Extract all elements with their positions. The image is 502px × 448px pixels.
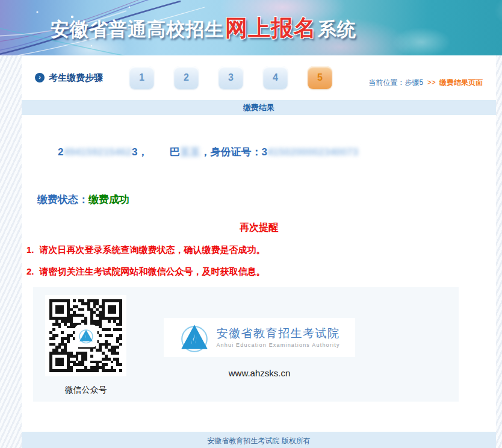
breadcrumb-current-page: 缴费结果页面 xyxy=(439,78,483,87)
section-title-payment-result: 缴费结果 xyxy=(22,100,496,115)
site-title: 安徽省普通高校招生网上报名系统 xyxy=(51,13,356,43)
site-banner: 安徽省普通高校招生网上报名系统 xyxy=(0,0,502,55)
id-number: 34150200002340073 xyxy=(261,146,358,158)
reminder-item-1: 1.请次日再次登录系统查询缴费状态，确认缴费是否成功。 xyxy=(22,244,496,257)
id-number-label: 身份证号： xyxy=(210,146,261,158)
steps-row: › 考生缴费步骤 1 2 3 4 5 当前位置：步骤5 >> 缴费结果页面 xyxy=(22,55,496,100)
copyright-text: 安徽省教育招生考试院 版权所有 xyxy=(207,437,310,445)
agency-logo-column: 安徽省教育招生考试院 Anhui Education Examinations … xyxy=(164,318,355,378)
breadcrumb-separator: >> xyxy=(427,78,436,87)
candidate-name: 巴某某 xyxy=(169,146,200,158)
site-title-highlight: 网上报名 xyxy=(225,16,317,40)
payment-status-label: 缴费状态： xyxy=(37,194,88,205)
breadcrumb: 当前位置：步骤5 >> 缴费结果页面 xyxy=(369,78,483,88)
info-panel: 微信公众号 安徽省教育招生考试院 Anhui Education Examina… xyxy=(33,287,459,402)
step-indicator-2: 2 xyxy=(174,66,199,89)
page-footer: 安徽省教育招生考试院 版权所有 xyxy=(22,432,496,448)
masked-id-number: 4150200002340073 xyxy=(267,146,358,158)
step-indicator-3: 3 xyxy=(218,66,243,89)
payment-result-page: 安徽省普通高校招生网上报名系统 › 考生缴费步骤 1 2 3 4 5 当前位置：… xyxy=(0,0,502,448)
agency-logo-icon xyxy=(179,322,210,353)
agency-website: www.ahzsks.cn xyxy=(164,368,355,378)
payment-status-value: 缴费成功 xyxy=(88,194,129,205)
site-title-suffix: 系统 xyxy=(318,19,356,40)
site-title-prefix: 安徽省普通高校招生 xyxy=(51,19,224,40)
step-indicator-5-active: 5 xyxy=(308,66,332,89)
wechat-qr-code xyxy=(45,295,126,376)
agency-logo-box: 安徽省教育招生考试院 Anhui Education Examinations … xyxy=(164,318,355,357)
main-content: › 考生缴费步骤 1 2 3 4 5 当前位置：步骤5 >> 缴费结果页面 缴费… xyxy=(22,55,496,444)
steps-label-text: 考生缴费步骤 xyxy=(49,72,103,84)
step-indicator-1: 1 xyxy=(129,66,154,89)
exam-number: 24941592154623， xyxy=(58,146,147,158)
candidate-info-line: 24941592154623，巴某某，身份证号：3415020000234007… xyxy=(22,145,496,158)
steps-label: › 考生缴费步骤 xyxy=(35,72,103,84)
step-indicator-4: 4 xyxy=(263,66,288,89)
wechat-caption: 微信公众号 xyxy=(45,385,126,396)
qr-center-logo xyxy=(76,326,96,346)
chevron-right-circle-icon: › xyxy=(35,73,45,82)
payment-status-line: 缴费状态：缴费成功 xyxy=(22,193,496,206)
masked-exam-number: 494159215462 xyxy=(63,146,131,158)
masked-name: 某某 xyxy=(179,146,200,158)
agency-names: 安徽省教育招生考试院 Anhui Education Examinations … xyxy=(216,327,339,348)
reminder-title: 再次提醒 xyxy=(22,222,496,235)
agency-name-en: Anhui Education Examinations Authority xyxy=(216,342,339,348)
breadcrumb-prefix: 当前位置：步骤5 xyxy=(369,78,424,87)
agency-name-cn: 安徽省教育招生考试院 xyxy=(216,327,339,340)
reminder-item-2: 2.请密切关注生考试院网站和微信公众号，及时获取信息。 xyxy=(22,266,496,278)
